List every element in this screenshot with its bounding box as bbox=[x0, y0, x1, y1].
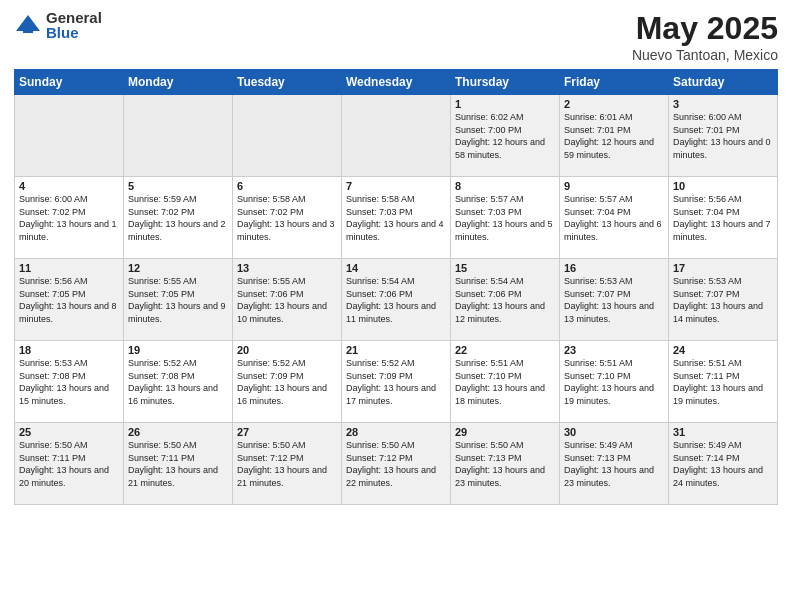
day-number: 25 bbox=[19, 426, 119, 438]
day-info: Sunrise: 5:53 AMSunset: 7:07 PMDaylight:… bbox=[673, 275, 773, 325]
day-number: 23 bbox=[564, 344, 664, 356]
table-row: 26 Sunrise: 5:50 AMSunset: 7:11 PMDaylig… bbox=[124, 423, 233, 505]
day-number: 17 bbox=[673, 262, 773, 274]
day-number: 15 bbox=[455, 262, 555, 274]
table-row bbox=[15, 95, 124, 177]
col-monday: Monday bbox=[124, 70, 233, 95]
table-row: 29 Sunrise: 5:50 AMSunset: 7:13 PMDaylig… bbox=[451, 423, 560, 505]
day-number: 12 bbox=[128, 262, 228, 274]
table-row: 23 Sunrise: 5:51 AMSunset: 7:10 PMDaylig… bbox=[560, 341, 669, 423]
calendar-week-row: 18 Sunrise: 5:53 AMSunset: 7:08 PMDaylig… bbox=[15, 341, 778, 423]
day-info: Sunrise: 5:54 AMSunset: 7:06 PMDaylight:… bbox=[346, 275, 446, 325]
day-number: 20 bbox=[237, 344, 337, 356]
day-number: 30 bbox=[564, 426, 664, 438]
day-number: 31 bbox=[673, 426, 773, 438]
col-sunday: Sunday bbox=[15, 70, 124, 95]
table-row: 7 Sunrise: 5:58 AMSunset: 7:03 PMDayligh… bbox=[342, 177, 451, 259]
col-saturday: Saturday bbox=[669, 70, 778, 95]
calendar-week-row: 4 Sunrise: 6:00 AMSunset: 7:02 PMDayligh… bbox=[15, 177, 778, 259]
table-row: 14 Sunrise: 5:54 AMSunset: 7:06 PMDaylig… bbox=[342, 259, 451, 341]
day-number: 2 bbox=[564, 98, 664, 110]
day-number: 18 bbox=[19, 344, 119, 356]
day-number: 13 bbox=[237, 262, 337, 274]
logo: General Blue bbox=[14, 10, 102, 40]
table-row bbox=[342, 95, 451, 177]
day-info: Sunrise: 5:52 AMSunset: 7:08 PMDaylight:… bbox=[128, 357, 228, 407]
day-number: 14 bbox=[346, 262, 446, 274]
col-tuesday: Tuesday bbox=[233, 70, 342, 95]
day-info: Sunrise: 5:49 AMSunset: 7:14 PMDaylight:… bbox=[673, 439, 773, 489]
day-info: Sunrise: 5:51 AMSunset: 7:10 PMDaylight:… bbox=[455, 357, 555, 407]
calendar-week-row: 25 Sunrise: 5:50 AMSunset: 7:11 PMDaylig… bbox=[15, 423, 778, 505]
table-row: 17 Sunrise: 5:53 AMSunset: 7:07 PMDaylig… bbox=[669, 259, 778, 341]
day-number: 8 bbox=[455, 180, 555, 192]
header-row: Sunday Monday Tuesday Wednesday Thursday… bbox=[15, 70, 778, 95]
day-info: Sunrise: 5:52 AMSunset: 7:09 PMDaylight:… bbox=[237, 357, 337, 407]
table-row: 30 Sunrise: 5:49 AMSunset: 7:13 PMDaylig… bbox=[560, 423, 669, 505]
table-row: 2 Sunrise: 6:01 AMSunset: 7:01 PMDayligh… bbox=[560, 95, 669, 177]
col-wednesday: Wednesday bbox=[342, 70, 451, 95]
day-number: 7 bbox=[346, 180, 446, 192]
day-info: Sunrise: 5:57 AMSunset: 7:04 PMDaylight:… bbox=[564, 193, 664, 243]
day-number: 26 bbox=[128, 426, 228, 438]
table-row: 31 Sunrise: 5:49 AMSunset: 7:14 PMDaylig… bbox=[669, 423, 778, 505]
table-row bbox=[233, 95, 342, 177]
day-info: Sunrise: 6:02 AMSunset: 7:00 PMDaylight:… bbox=[455, 111, 555, 161]
calendar-week-row: 11 Sunrise: 5:56 AMSunset: 7:05 PMDaylig… bbox=[15, 259, 778, 341]
day-number: 16 bbox=[564, 262, 664, 274]
day-number: 21 bbox=[346, 344, 446, 356]
table-row: 21 Sunrise: 5:52 AMSunset: 7:09 PMDaylig… bbox=[342, 341, 451, 423]
page: General Blue May 2025 Nuevo Tantoan, Mex… bbox=[0, 0, 792, 612]
table-row: 20 Sunrise: 5:52 AMSunset: 7:09 PMDaylig… bbox=[233, 341, 342, 423]
day-info: Sunrise: 5:50 AMSunset: 7:11 PMDaylight:… bbox=[128, 439, 228, 489]
logo-blue-text: Blue bbox=[46, 25, 102, 40]
table-row: 16 Sunrise: 5:53 AMSunset: 7:07 PMDaylig… bbox=[560, 259, 669, 341]
day-info: Sunrise: 5:56 AMSunset: 7:04 PMDaylight:… bbox=[673, 193, 773, 243]
day-info: Sunrise: 6:00 AMSunset: 7:02 PMDaylight:… bbox=[19, 193, 119, 243]
table-row: 15 Sunrise: 5:54 AMSunset: 7:06 PMDaylig… bbox=[451, 259, 560, 341]
table-row: 28 Sunrise: 5:50 AMSunset: 7:12 PMDaylig… bbox=[342, 423, 451, 505]
day-number: 27 bbox=[237, 426, 337, 438]
calendar-subtitle: Nuevo Tantoan, Mexico bbox=[632, 47, 778, 63]
day-info: Sunrise: 5:54 AMSunset: 7:06 PMDaylight:… bbox=[455, 275, 555, 325]
day-info: Sunrise: 5:58 AMSunset: 7:02 PMDaylight:… bbox=[237, 193, 337, 243]
day-number: 10 bbox=[673, 180, 773, 192]
table-row: 9 Sunrise: 5:57 AMSunset: 7:04 PMDayligh… bbox=[560, 177, 669, 259]
day-info: Sunrise: 5:59 AMSunset: 7:02 PMDaylight:… bbox=[128, 193, 228, 243]
logo-text: General Blue bbox=[46, 10, 102, 40]
table-row: 3 Sunrise: 6:00 AMSunset: 7:01 PMDayligh… bbox=[669, 95, 778, 177]
day-number: 3 bbox=[673, 98, 773, 110]
day-info: Sunrise: 5:51 AMSunset: 7:11 PMDaylight:… bbox=[673, 357, 773, 407]
day-number: 22 bbox=[455, 344, 555, 356]
day-number: 6 bbox=[237, 180, 337, 192]
logo-icon bbox=[14, 11, 42, 39]
day-number: 9 bbox=[564, 180, 664, 192]
header: General Blue May 2025 Nuevo Tantoan, Mex… bbox=[14, 10, 778, 63]
table-row: 22 Sunrise: 5:51 AMSunset: 7:10 PMDaylig… bbox=[451, 341, 560, 423]
table-row: 8 Sunrise: 5:57 AMSunset: 7:03 PMDayligh… bbox=[451, 177, 560, 259]
day-number: 11 bbox=[19, 262, 119, 274]
day-info: Sunrise: 5:49 AMSunset: 7:13 PMDaylight:… bbox=[564, 439, 664, 489]
day-info: Sunrise: 5:50 AMSunset: 7:12 PMDaylight:… bbox=[346, 439, 446, 489]
table-row: 25 Sunrise: 5:50 AMSunset: 7:11 PMDaylig… bbox=[15, 423, 124, 505]
logo-general-text: General bbox=[46, 10, 102, 25]
col-thursday: Thursday bbox=[451, 70, 560, 95]
table-row: 6 Sunrise: 5:58 AMSunset: 7:02 PMDayligh… bbox=[233, 177, 342, 259]
table-row: 27 Sunrise: 5:50 AMSunset: 7:12 PMDaylig… bbox=[233, 423, 342, 505]
day-number: 5 bbox=[128, 180, 228, 192]
table-row: 12 Sunrise: 5:55 AMSunset: 7:05 PMDaylig… bbox=[124, 259, 233, 341]
day-number: 28 bbox=[346, 426, 446, 438]
day-number: 19 bbox=[128, 344, 228, 356]
day-number: 4 bbox=[19, 180, 119, 192]
day-info: Sunrise: 5:50 AMSunset: 7:12 PMDaylight:… bbox=[237, 439, 337, 489]
day-info: Sunrise: 5:55 AMSunset: 7:06 PMDaylight:… bbox=[237, 275, 337, 325]
day-info: Sunrise: 5:58 AMSunset: 7:03 PMDaylight:… bbox=[346, 193, 446, 243]
day-info: Sunrise: 5:53 AMSunset: 7:08 PMDaylight:… bbox=[19, 357, 119, 407]
day-info: Sunrise: 5:52 AMSunset: 7:09 PMDaylight:… bbox=[346, 357, 446, 407]
calendar-title: May 2025 bbox=[632, 10, 778, 47]
table-row: 10 Sunrise: 5:56 AMSunset: 7:04 PMDaylig… bbox=[669, 177, 778, 259]
day-info: Sunrise: 5:51 AMSunset: 7:10 PMDaylight:… bbox=[564, 357, 664, 407]
day-info: Sunrise: 5:53 AMSunset: 7:07 PMDaylight:… bbox=[564, 275, 664, 325]
table-row: 5 Sunrise: 5:59 AMSunset: 7:02 PMDayligh… bbox=[124, 177, 233, 259]
day-number: 1 bbox=[455, 98, 555, 110]
